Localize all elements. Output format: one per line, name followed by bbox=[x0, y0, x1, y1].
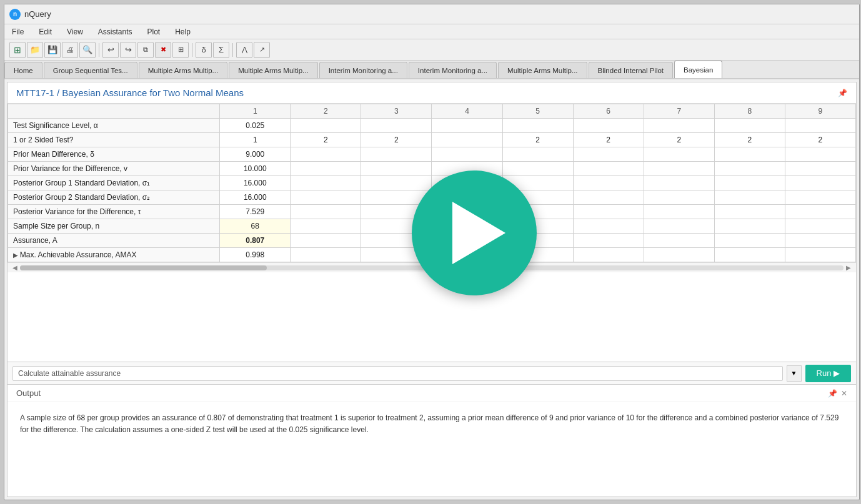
menu-assistants[interactable]: Assistants bbox=[96, 26, 135, 37]
cell-r3-c2[interactable] bbox=[361, 162, 432, 176]
cell-r0-c6[interactable] bbox=[644, 119, 714, 133]
tab-interim-1[interactable]: Interim Monitoring a... bbox=[319, 62, 407, 78]
cell-r1-c2[interactable]: 2 bbox=[361, 133, 432, 147]
cell-r9-c5[interactable] bbox=[573, 248, 644, 262]
cell-r8-c1[interactable] bbox=[291, 234, 361, 248]
grid-button[interactable]: ⊞ bbox=[172, 42, 189, 58]
cell-r5-c8[interactable] bbox=[785, 190, 855, 205]
cell-r2-c3[interactable] bbox=[432, 147, 502, 162]
cell-r2-c8[interactable] bbox=[785, 147, 855, 162]
cell-r3-c1[interactable] bbox=[291, 162, 361, 176]
menu-view[interactable]: View bbox=[64, 26, 86, 37]
cell-r4-c1[interactable] bbox=[291, 176, 361, 190]
cell-r2-c4[interactable] bbox=[502, 147, 573, 162]
cell-r8-c0[interactable]: 0.807 bbox=[220, 234, 291, 248]
cell-r9-c6[interactable] bbox=[644, 248, 714, 262]
tab-blinded-internal[interactable]: Blinded Internal Pilot bbox=[589, 62, 673, 78]
pin-output-icon[interactable]: 📌 bbox=[828, 389, 837, 398]
tab-bayesian[interactable]: Bayesian bbox=[674, 61, 722, 78]
cell-r1-c5[interactable]: 2 bbox=[573, 133, 644, 147]
cell-r0-c0[interactable]: 0.025 bbox=[220, 119, 291, 133]
cell-r2-c0[interactable]: 9.000 bbox=[220, 147, 291, 162]
menu-plot[interactable]: Plot bbox=[145, 26, 163, 37]
calc-dropdown-arrow[interactable]: ▼ bbox=[787, 365, 802, 382]
cell-r8-c7[interactable] bbox=[714, 234, 785, 248]
scroll-right-icon[interactable]: ▶ bbox=[846, 264, 851, 271]
cell-r2-c5[interactable] bbox=[573, 147, 644, 162]
chart2-button[interactable]: ↗ bbox=[254, 42, 270, 58]
pin-icon[interactable]: 📌 bbox=[838, 89, 847, 97]
tab-multiple-arms-1[interactable]: Multiple Arms Multip... bbox=[139, 62, 227, 78]
cell-r6-c7[interactable] bbox=[714, 205, 785, 219]
cell-r7-c0[interactable]: 68 bbox=[220, 219, 291, 234]
cell-r9-c0[interactable]: 0.998 bbox=[220, 248, 291, 262]
run-button[interactable]: Run ▶ bbox=[805, 365, 851, 382]
cell-r1-c6[interactable]: 2 bbox=[644, 133, 714, 147]
cell-r8-c8[interactable] bbox=[785, 234, 855, 248]
cell-r1-c1[interactable]: 2 bbox=[291, 133, 361, 147]
cell-r4-c8[interactable] bbox=[785, 176, 855, 190]
cell-r7-c1[interactable] bbox=[291, 219, 361, 234]
redo-button[interactable]: ↪ bbox=[120, 42, 136, 58]
cell-r3-c5[interactable] bbox=[573, 162, 644, 176]
sigma-button[interactable]: Σ bbox=[213, 42, 229, 58]
excel-button[interactable]: ⊞ bbox=[9, 42, 26, 58]
cell-r0-c7[interactable] bbox=[714, 119, 785, 133]
cell-r9-c8[interactable] bbox=[785, 248, 855, 262]
cell-r5-c1[interactable] bbox=[291, 190, 361, 205]
cell-r8-c6[interactable] bbox=[644, 234, 714, 248]
delta-button[interactable]: δ bbox=[196, 42, 212, 58]
tab-home[interactable]: Home bbox=[4, 62, 42, 78]
cell-r3-c8[interactable] bbox=[785, 162, 855, 176]
calc-select-input[interactable] bbox=[12, 366, 783, 381]
cell-r2-c6[interactable] bbox=[644, 147, 714, 162]
cell-r3-c4[interactable] bbox=[502, 162, 573, 176]
cell-r6-c5[interactable] bbox=[573, 205, 644, 219]
copy-button[interactable]: ⧉ bbox=[137, 42, 154, 58]
print-button[interactable]: 🖨 bbox=[62, 42, 78, 58]
tab-interim-2[interactable]: Interim Monitoring a... bbox=[409, 62, 497, 78]
cell-r7-c7[interactable] bbox=[714, 219, 785, 234]
menu-file[interactable]: File bbox=[9, 26, 26, 37]
cell-r0-c4[interactable] bbox=[502, 119, 573, 133]
cell-r4-c0[interactable]: 16.000 bbox=[220, 176, 291, 190]
cell-r7-c6[interactable] bbox=[644, 219, 714, 234]
cell-r8-c5[interactable] bbox=[573, 234, 644, 248]
cell-r6-c8[interactable] bbox=[785, 205, 855, 219]
cell-r4-c5[interactable] bbox=[573, 176, 644, 190]
cell-r1-c0[interactable]: 1 bbox=[220, 133, 291, 147]
cell-r5-c7[interactable] bbox=[714, 190, 785, 205]
cell-r1-c4[interactable]: 2 bbox=[502, 133, 573, 147]
cell-r5-c5[interactable] bbox=[573, 190, 644, 205]
cell-r0-c5[interactable] bbox=[573, 119, 644, 133]
close-output-icon[interactable]: ✕ bbox=[841, 389, 847, 398]
menu-help[interactable]: Help bbox=[172, 26, 193, 37]
cell-r2-c7[interactable] bbox=[714, 147, 785, 162]
cell-r9-c1[interactable] bbox=[291, 248, 361, 262]
cell-r3-c0[interactable]: 10.000 bbox=[220, 162, 291, 176]
cell-r2-c2[interactable] bbox=[361, 147, 432, 162]
zoom-button[interactable]: 🔍 bbox=[79, 42, 96, 58]
cell-r0-c1[interactable] bbox=[291, 119, 361, 133]
save-button[interactable]: 💾 bbox=[44, 42, 61, 58]
cell-r6-c6[interactable] bbox=[644, 205, 714, 219]
open-button[interactable]: 📁 bbox=[27, 42, 43, 58]
tab-multiple-arms-3[interactable]: Multiple Arms Multip... bbox=[498, 62, 587, 78]
cell-r3-c6[interactable] bbox=[644, 162, 714, 176]
chart1-button[interactable]: ⋀ bbox=[236, 42, 252, 58]
tab-multiple-arms-2[interactable]: Multiple Arms Multip... bbox=[229, 62, 317, 78]
cell-r9-c7[interactable] bbox=[714, 248, 785, 262]
cell-r4-c6[interactable] bbox=[644, 176, 714, 190]
cell-r3-c7[interactable] bbox=[714, 162, 785, 176]
cell-r1-c7[interactable]: 2 bbox=[714, 133, 785, 147]
scroll-left-icon[interactable]: ◀ bbox=[12, 264, 17, 271]
cell-r0-c8[interactable] bbox=[785, 119, 855, 133]
cell-r5-c0[interactable]: 16.000 bbox=[220, 190, 291, 205]
delete-button[interactable]: ✖ bbox=[155, 42, 171, 58]
menu-edit[interactable]: Edit bbox=[36, 26, 54, 37]
cell-r0-c2[interactable] bbox=[361, 119, 432, 133]
expand-arrow-icon[interactable]: ▶ bbox=[13, 252, 20, 259]
cell-r6-c0[interactable]: 7.529 bbox=[220, 205, 291, 219]
cell-r0-c3[interactable] bbox=[432, 119, 502, 133]
tab-group-sequential[interactable]: Group Sequential Tes... bbox=[44, 62, 137, 78]
